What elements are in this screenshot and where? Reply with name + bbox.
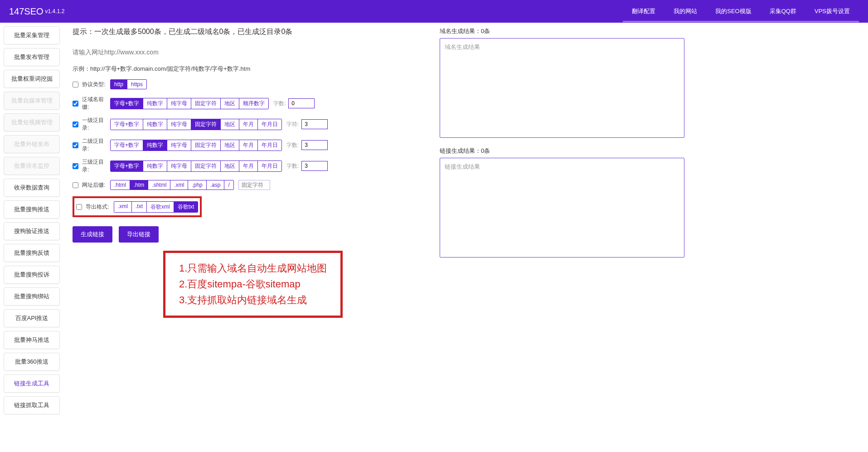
sidebar-item[interactable]: 链接抓取工具 [4,396,60,414]
suffix-input[interactable] [238,180,270,190]
row-label: 网址后缀: [82,181,110,189]
sidebar-item[interactable]: 批量神马推送 [4,331,60,349]
option-button[interactable]: 谷歌xml [147,202,174,212]
sidebar-item[interactable]: 批量权重词挖掘 [4,70,60,88]
option-button[interactable]: 固定字符 [191,161,221,171]
sidebar-item[interactable]: 批量发布管理 [4,48,60,66]
option-button[interactable]: 纯字母 [167,119,191,130]
option-button[interactable]: 顺序数字 [239,98,268,109]
option-button[interactable]: 纯数字 [143,98,167,109]
option-button[interactable]: 字母+数字 [111,98,143,109]
option-button[interactable]: 纯字母 [167,98,191,109]
count-input[interactable] [301,140,328,150]
sidebar-item[interactable]: 批量搜狗推送 [4,200,60,219]
option-button[interactable]: 地区 [221,140,239,151]
option-button[interactable]: 地区 [221,98,239,109]
sidebar-item[interactable]: 批量短视频管理 [4,113,60,131]
option-button[interactable]: .php [188,180,206,190]
option-button[interactable]: 地区 [221,119,239,130]
option-group: 字母+数字纯数字纯字母固定字符地区年月年月日 [110,119,282,130]
action-buttons: 生成链接 导出链接 [73,226,426,243]
sidebar-item[interactable]: 链接生成工具 [4,374,60,393]
top-bar: 147SEO v1.4.1.2 翻译配置我的网站我的SEO模版采集QQ群VPS拨… [0,0,868,23]
note-line: 1.只需输入域名自动生成网站地图 [179,260,327,276]
nav-item[interactable]: 翻译配置 [623,1,664,22]
row-checkbox[interactable] [73,182,78,188]
option-button[interactable]: .xml [114,202,132,212]
example-text: 示例：http://字母+数字.domain.com/固定字符/纯数字/字母+数… [73,65,426,73]
link-result-box[interactable]: 链接生成结果 [440,158,684,258]
option-button[interactable]: 字母+数字 [111,140,143,151]
option-button[interactable]: 年月 [239,140,258,151]
option-row-dir2: 二级泛目录:字母+数字纯数字纯字母固定字符地区年月年月日字数: [73,137,426,153]
sidebar-item[interactable]: 批量排名监控 [4,157,60,175]
count-input[interactable] [301,119,328,129]
option-button[interactable]: 纯数字 [143,140,167,151]
option-button[interactable]: 固定字符 [191,119,221,130]
option-button[interactable]: .asp [207,180,225,190]
nav-item[interactable]: VPS拨号设置 [805,1,859,22]
row-checkbox[interactable] [73,82,78,87]
option-button[interactable]: http [111,80,127,89]
sidebar-item[interactable]: 百度API推送 [4,309,60,327]
row-label: 泛域名前缀: [82,96,110,111]
brand: 147SEO [9,6,44,17]
sidebar-item[interactable]: 批量搜狗绑站 [4,287,60,306]
option-button[interactable]: 年月日 [258,161,281,171]
option-row-suffix: 网址后缀:.html.htm.shtml.xml.php.asp/ [73,179,426,191]
sidebar-item[interactable]: 收录数据查询 [4,179,60,197]
tip-line: 提示：一次生成最多5000条，已生成二级域名0条，已生成泛目录0条 [73,27,426,37]
count-label: 字数: [286,162,299,170]
option-button[interactable]: 纯字母 [167,161,191,171]
option-button[interactable]: https [127,80,146,89]
option-button[interactable]: 固定字符 [191,140,221,151]
option-button[interactable]: 字母+数字 [111,119,143,130]
generate-button[interactable]: 生成链接 [73,226,112,243]
sidebar-item[interactable]: 批量搜狗反馈 [4,244,60,262]
export-button[interactable]: 导出链接 [119,226,159,243]
nav-item[interactable]: 我的网站 [664,1,706,22]
row-label: 导出格式: [86,203,114,211]
option-button[interactable]: .shtml [148,180,170,190]
row-checkbox[interactable] [73,122,78,127]
row-label: 三级泛目录: [82,158,110,174]
option-button[interactable]: 纯数字 [143,161,167,171]
option-button[interactable]: 纯字母 [167,140,191,151]
brand-version: v1.4.1.2 [45,8,65,15]
option-button[interactable]: 字母+数字 [111,161,143,171]
option-button[interactable]: 固定字符 [191,98,221,109]
count-input[interactable] [288,98,315,108]
sidebar-item[interactable]: 批量360推送 [4,353,60,371]
url-input[interactable] [73,46,426,58]
option-button[interactable]: .xml [170,180,188,190]
domain-result-box[interactable]: 域名生成结果 [440,38,684,138]
option-row-export: 导出格式:.xml.txt谷歌xml谷歌txt [76,201,198,213]
nav-item[interactable]: 采集QQ群 [761,1,805,22]
export-highlight-box: 导出格式:.xml.txt谷歌xml谷歌txt [73,196,202,217]
row-label: 一级泛目录: [82,117,110,132]
option-button[interactable]: .txt [132,202,147,212]
row-checkbox[interactable] [73,163,78,169]
sidebar-item[interactable]: 批量搜狗投诉 [4,266,60,284]
row-checkbox[interactable] [73,101,78,107]
option-button[interactable]: .html [111,180,130,190]
option-button[interactable]: 纯数字 [143,119,167,130]
option-button[interactable]: .htm [130,180,148,190]
option-button[interactable]: 地区 [221,161,239,171]
row-checkbox[interactable] [76,204,82,210]
count-input[interactable] [301,161,328,171]
sidebar-item[interactable]: 批量外链发布 [4,135,60,153]
sidebar-item[interactable]: 搜狗验证推送 [4,222,60,240]
notes-box: 1.只需输入域名自动生成网站地图 2.百度sitempa-谷歌sitemap 3… [163,251,343,318]
count-label: 字数: [286,141,299,149]
row-checkbox[interactable] [73,142,78,148]
option-button[interactable]: 年月日 [258,119,281,130]
sidebar-item[interactable]: 批量采集管理 [4,26,60,44]
option-button[interactable]: 年月日 [258,140,281,151]
option-button[interactable]: / [224,180,233,190]
nav-item[interactable]: 我的SEO模版 [706,1,760,22]
sidebar-item[interactable]: 批量自媒体管理 [4,92,60,110]
option-button[interactable]: 年月 [239,119,258,130]
option-button[interactable]: 谷歌txt [174,202,198,212]
option-button[interactable]: 年月 [239,161,258,171]
